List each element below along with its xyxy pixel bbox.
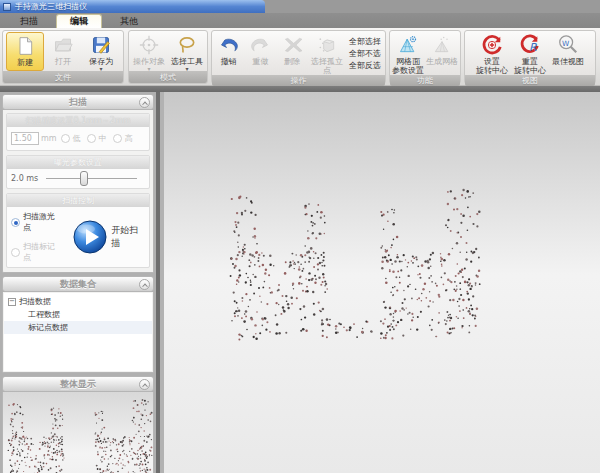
- tree-node-marker-data[interactable]: 标记点数据: [4, 321, 152, 334]
- scan-control-row: 扫描激光点 扫描标记点: [7, 207, 149, 267]
- generate-mesh-label: 生成网格: [426, 57, 458, 66]
- open-icon: [51, 34, 75, 56]
- new-document-icon: [13, 35, 37, 57]
- tree-node-scan-data[interactable]: − 扫描数据: [4, 295, 152, 308]
- tab-scan[interactable]: 扫描: [6, 14, 52, 28]
- scan-marker-points-radio[interactable]: [11, 248, 20, 257]
- overview-thumbnail: [2, 392, 154, 473]
- reset-rotation-center-label: 重置 旋转中心: [514, 57, 546, 75]
- save-as-button[interactable]: 保存为 ▾: [82, 32, 120, 71]
- redo-label: 重做: [252, 57, 268, 66]
- mesh-settings-button[interactable]: 网格面 参数设置: [391, 32, 425, 75]
- exposure-slider-thumb[interactable]: [80, 171, 88, 186]
- undo-icon: [217, 34, 241, 56]
- precision-low-radio[interactable]: [61, 134, 70, 143]
- data-collection-title: 数据集合: [60, 278, 96, 291]
- scan-mode-options: 扫描激光点 扫描标记点: [11, 211, 65, 263]
- lasso-icon: [175, 34, 199, 56]
- scan-laser-points-radio[interactable]: [11, 218, 20, 227]
- scan-control-section: 扫描控制 扫描激光点 扫描标记点: [6, 193, 150, 268]
- select-isolated-points-button[interactable]: 选择孤立点: [308, 32, 346, 75]
- undo-button[interactable]: 撤销: [213, 32, 245, 75]
- reset-rotation-center-icon: R: [518, 34, 542, 56]
- exposure-row: 2.0 ms: [7, 169, 149, 188]
- precision-input[interactable]: [11, 132, 39, 145]
- ribbon: 新建 打开 保存为 ▾ 文件: [0, 28, 600, 86]
- data-collection-panel: 数据集合 − 扫描数据 工程数据 标记点数据: [2, 276, 154, 373]
- window-title: 手持激光三维扫描仪: [15, 1, 87, 12]
- operate-object-button[interactable]: 操作对象 ▾: [130, 32, 168, 71]
- isolated-points-icon: [315, 34, 339, 56]
- reset-rotation-center-button[interactable]: R 重置 旋转中心: [511, 32, 549, 75]
- exposure-value-label: 2.0 ms: [11, 174, 38, 183]
- ribbon-group-label-mode: 模式: [129, 71, 207, 83]
- chevron-up-icon: [142, 283, 148, 289]
- tab-edit[interactable]: 编辑: [56, 14, 102, 28]
- start-scan-label: 开始扫描: [111, 224, 145, 250]
- collapse-button[interactable]: [139, 97, 150, 108]
- viewport-3d[interactable]: [164, 92, 600, 473]
- precision-medium-label: 中: [99, 133, 107, 144]
- delete-icon: [280, 34, 304, 56]
- ribbon-group-label-function: 功能: [390, 75, 460, 86]
- best-view-button[interactable]: W 最佳视图: [549, 32, 587, 75]
- ribbon-group-operation: 撤销 重做 删除 选择: [211, 30, 386, 84]
- ribbon-group-view: 设置 旋转中心 R 重置 旋转中心 W 最佳视图 视图: [464, 30, 596, 84]
- application-window: 手持激光三维扫描仪 扫描 编辑 其他 新建 打开: [0, 0, 600, 473]
- precision-medium-radio[interactable]: [87, 134, 96, 143]
- start-scan-button[interactable]: [73, 220, 107, 254]
- app-icon: [3, 3, 11, 11]
- scan-laser-points-label: 扫描激光点: [23, 211, 59, 233]
- set-rotation-center-label: 设置 旋转中心: [476, 57, 508, 75]
- tree-child-label: 标记点数据: [28, 322, 68, 333]
- tree-node-project-data[interactable]: 工程数据: [4, 308, 152, 321]
- exposure-section-title: 曝光参数设置: [7, 156, 149, 169]
- exposure-section: 曝光参数设置 2.0 ms: [6, 155, 150, 189]
- invert-selection-button[interactable]: 全部反选: [349, 61, 381, 71]
- precision-low-label: 低: [73, 133, 81, 144]
- open-button[interactable]: 打开: [44, 32, 82, 71]
- sidebar: 扫描 扫描精度设置0.1mm～2mm mm 低 中 高: [0, 92, 160, 473]
- data-collection-header: 数据集合: [2, 276, 154, 292]
- scan-panel-header: 扫描: [2, 94, 154, 110]
- ribbon-group-label-operation: 操作: [212, 75, 385, 86]
- precision-high-radio[interactable]: [113, 134, 122, 143]
- select-all-column: 全部选择 全部不选 全部反选: [346, 32, 384, 75]
- tab-other[interactable]: 其他: [106, 14, 152, 28]
- data-collection-body: − 扫描数据 工程数据 标记点数据: [2, 292, 154, 373]
- redo-icon: [248, 34, 272, 56]
- operate-object-icon: [137, 34, 161, 56]
- precision-unit-label: mm: [41, 134, 57, 143]
- chevron-down-icon: ▾: [147, 66, 150, 71]
- svg-text:R: R: [529, 41, 537, 54]
- select-tool-button[interactable]: 选择工具 ▾: [168, 32, 206, 71]
- overview-panel: 整体显示: [2, 376, 154, 473]
- exposure-slider[interactable]: [46, 178, 137, 179]
- chevron-down-icon: ▾: [185, 66, 188, 71]
- select-isolated-points-label: 选择孤立点: [308, 57, 346, 75]
- ribbon-group-function: 网格面 参数设置 生成网格 功能: [389, 30, 461, 84]
- data-tree: − 扫描数据 工程数据 标记点数据: [4, 293, 152, 371]
- set-rotation-center-button[interactable]: 设置 旋转中心: [473, 32, 511, 75]
- tree-expander-icon[interactable]: −: [8, 298, 16, 306]
- scan-panel-body: 扫描精度设置0.1mm～2mm mm 低 中 高 曝光参数设置: [2, 110, 154, 273]
- save-as-icon: [89, 34, 113, 56]
- delete-button[interactable]: 删除: [276, 32, 308, 75]
- deselect-all-button[interactable]: 全部不选: [349, 49, 381, 59]
- title-bar: 手持激光三维扫描仪: [0, 0, 600, 13]
- new-button-label: 新建: [17, 58, 33, 67]
- scan-marker-points-label: 扫描标记点: [23, 241, 59, 263]
- scan-control-title: 扫描控制: [7, 194, 149, 207]
- select-all-button[interactable]: 全部选择: [349, 37, 381, 47]
- tree-root-label: 扫描数据: [19, 296, 51, 307]
- generate-mesh-button[interactable]: 生成网格: [425, 32, 459, 75]
- new-button[interactable]: 新建: [6, 32, 44, 71]
- svg-text:W: W: [562, 39, 569, 48]
- redo-button[interactable]: 重做: [245, 32, 277, 75]
- collapse-button[interactable]: [139, 379, 150, 390]
- ribbon-group-label-file: 文件: [3, 71, 123, 83]
- set-rotation-center-icon: [480, 34, 504, 56]
- collapse-button[interactable]: [139, 279, 150, 290]
- chevron-down-icon: ▾: [99, 66, 102, 71]
- tree-child-label: 工程数据: [28, 309, 60, 320]
